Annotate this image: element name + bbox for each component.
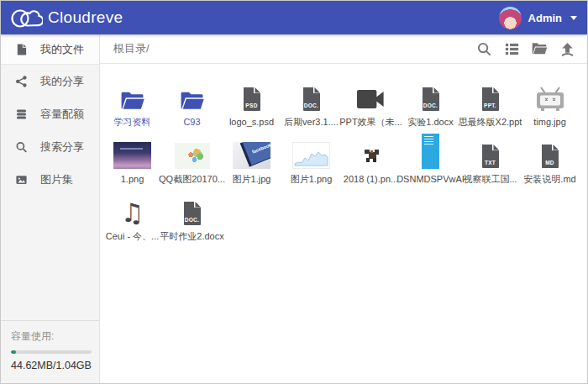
file-name: 实验1.docx <box>407 116 453 128</box>
sunset-thumbnail <box>113 129 151 169</box>
toolbar: 根目录/ <box>100 34 587 64</box>
folder-icon <box>119 71 145 112</box>
file-item-image[interactable]: facebook 图片1.jpg <box>222 128 281 185</box>
file-icon <box>15 43 28 56</box>
capacity-bar-fill <box>11 350 16 354</box>
brand-logo[interactable]: Cloudreve <box>9 5 123 30</box>
file-name: 后期ver3.1.... <box>284 116 339 128</box>
file-grid: 学习资料 C93 <box>100 64 587 242</box>
search-icon <box>15 140 28 154</box>
file-name: timg.jpg <box>533 116 566 128</box>
sidebar-item-label: 图片集 <box>40 172 73 187</box>
file-item-folder[interactable]: 学习资料 <box>102 71 162 128</box>
main-panel: 根目录/ <box>100 34 587 383</box>
open-folder-icon <box>531 41 548 56</box>
file-name: 平时作业2.docx <box>160 230 223 242</box>
sidebar-item-label: 搜索分享 <box>40 139 84 155</box>
doc-file-icon: DOC. <box>302 87 322 112</box>
storage-icon <box>15 108 28 121</box>
file-item-video[interactable]: PPT效果（未... <box>341 71 401 128</box>
user-name: Admin <box>528 12 562 24</box>
upload-icon <box>559 41 575 57</box>
sidebar-item-label: 容量配额 <box>40 107 84 122</box>
tv-thumbnail <box>533 71 567 112</box>
brand-name: Cloudreve <box>48 8 123 27</box>
user-menu[interactable]: Admin <box>499 7 577 29</box>
list-view-icon <box>504 41 520 57</box>
map-thumbnail <box>175 129 210 169</box>
file-name: 视察联工国... <box>463 173 517 185</box>
file-name: 思最终版X2.ppt <box>459 116 522 128</box>
file-item-document[interactable]: TXT 视察联工国... <box>460 128 520 185</box>
file-item-audio[interactable]: ♫ Ceui - 今、... <box>102 185 162 242</box>
sidebar: 我的文件 我的分享 容量配额 <box>1 34 100 383</box>
sidebar-item-label: 我的文件 <box>40 42 84 57</box>
cloudreve-app: Cloudreve Admin 我的文件 我的分享 <box>0 0 588 384</box>
file-item-image[interactable]: timg.jpg <box>520 71 580 128</box>
file-name: 学习资料 <box>114 116 151 128</box>
ppt-file-icon: PPT. <box>480 87 501 112</box>
md-file-icon: MD <box>540 144 560 169</box>
capacity-panel: 容量使用: 44.62MB/1.04GB <box>1 320 99 383</box>
file-name: 图片1.png <box>291 173 333 185</box>
txt-file-icon: TXT <box>480 144 501 169</box>
upload-button[interactable] <box>559 40 575 57</box>
file-name: C93 <box>183 116 200 128</box>
thumbnail-text: facebook <box>251 142 270 154</box>
file-item-document[interactable]: DOC. 实验1.docx <box>401 71 460 128</box>
capacity-bar <box>11 350 92 354</box>
file-name: 2018 (1).pn... <box>344 173 398 185</box>
sidebar-item-quota[interactable]: 容量配额 <box>1 97 99 130</box>
list-view-button[interactable] <box>503 40 520 57</box>
doc-file-icon: DOC. <box>182 201 202 226</box>
share-icon <box>15 75 28 88</box>
body: 我的文件 我的分享 容量配额 <box>1 34 587 383</box>
file-item-image[interactable]: 图片1.png <box>281 128 341 185</box>
cloud-logo-icon <box>9 5 43 30</box>
video-file-icon <box>357 71 385 112</box>
sidebar-item-search-shares[interactable]: 搜索分享 <box>1 130 99 163</box>
file-item-image[interactable]: 2018 (1).pn... <box>341 128 401 185</box>
file-name: Ceui - 今、... <box>106 230 160 242</box>
avatar <box>499 7 522 29</box>
capacity-label: 容量使用: <box>11 329 89 344</box>
chart-thumbnail <box>292 129 330 169</box>
file-name: PPT效果（未... <box>339 116 402 128</box>
gallery-icon <box>15 173 28 187</box>
file-name: 图片1.jpg <box>233 173 271 185</box>
pixel-art-thumbnail <box>354 129 388 169</box>
sidebar-item-my-files[interactable]: 我的文件 <box>1 34 99 65</box>
file-item-document[interactable]: MD 安装说明.md <box>520 128 580 185</box>
facebook-thumbnail: facebook <box>233 129 270 169</box>
file-item-image[interactable]: QQ截图20170... <box>162 128 222 185</box>
breadcrumb[interactable]: 根目录/ <box>113 41 150 56</box>
file-item-document[interactable]: PSD logo_s.psd <box>222 71 281 128</box>
top-bar: Cloudreve Admin <box>1 1 587 34</box>
sidebar-item-label: 我的分享 <box>40 74 84 89</box>
chevron-down-icon <box>570 16 577 20</box>
file-name: 1.png <box>121 173 144 185</box>
capacity-usage: 44.62MB/1.04GB <box>11 360 89 371</box>
open-folder-button[interactable] <box>531 40 548 57</box>
file-name: logo_s.psd <box>229 116 274 128</box>
file-name: DSNMDSPVwAI <box>396 173 465 185</box>
screenshot-thumbnail <box>422 129 439 169</box>
file-item-document[interactable]: DOC. 后期ver3.1.... <box>281 71 341 128</box>
search-icon <box>476 41 492 57</box>
psd-file-icon: PSD <box>242 87 262 112</box>
file-item-document[interactable]: PPT. 思最终版X2.ppt <box>460 71 520 128</box>
file-item-image[interactable]: 1.png <box>102 128 162 185</box>
sidebar-item-gallery[interactable]: 图片集 <box>1 163 99 196</box>
file-item-image[interactable]: DSNMDSPVwAI <box>401 128 460 185</box>
sidebar-item-my-shares[interactable]: 我的分享 <box>1 65 99 97</box>
file-name: 安装说明.md <box>523 173 575 185</box>
file-item-document[interactable]: DOC. 平时作业2.docx <box>162 185 222 242</box>
file-name: QQ截图20170... <box>159 173 225 185</box>
music-note-icon: ♫ <box>121 186 144 226</box>
file-item-folder[interactable]: C93 <box>162 71 222 128</box>
search-button[interactable] <box>475 40 492 57</box>
doc-file-icon: DOC. <box>421 87 441 112</box>
folder-icon <box>179 71 205 112</box>
